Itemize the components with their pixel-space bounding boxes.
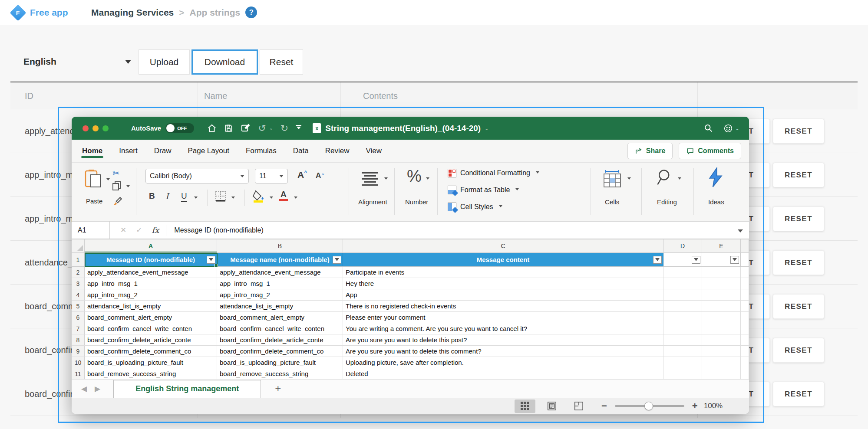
upload-button[interactable]: Upload (139, 49, 190, 75)
breadcrumb-separator: > (179, 7, 184, 18)
chevron-down-icon (125, 60, 131, 67)
reset-language-button[interactable]: Reset (260, 49, 303, 75)
brand[interactable]: F Free app (12, 4, 68, 21)
brand-name: Free app (30, 7, 68, 18)
reset-button[interactable]: RESET (773, 119, 824, 144)
download-button[interactable]: Download (191, 49, 258, 75)
breadcrumb-page: App strings (190, 7, 241, 18)
page-header: F Free app Managing Services > App strin… (0, 0, 868, 25)
reset-button[interactable]: RESET (773, 338, 824, 363)
reset-button[interactable]: RESET (773, 382, 824, 406)
breadcrumb-section[interactable]: Managing Services (91, 7, 174, 18)
reset-button[interactable]: RESET (773, 250, 824, 275)
breadcrumb: Managing Services > App strings ? (91, 7, 257, 18)
strings-table-header: ID Name Contents (10, 82, 858, 109)
app-strings-page: F Free app Managing Services > App strin… (0, 0, 868, 429)
language-value: English (23, 56, 56, 67)
reset-button[interactable]: RESET (773, 294, 824, 319)
reset-button[interactable]: RESET (773, 163, 824, 187)
column-header-id: ID (25, 82, 33, 109)
reset-button[interactable]: RESET (773, 206, 824, 231)
column-header-name: Name (204, 82, 227, 109)
help-icon[interactable]: ? (245, 7, 257, 18)
brand-logo-icon: F (10, 4, 26, 21)
selection-highlight (58, 107, 764, 423)
toolbar: English Upload Download Reset (10, 49, 858, 76)
column-header-contents: Contents (363, 82, 398, 109)
language-select[interactable]: English (20, 49, 137, 75)
